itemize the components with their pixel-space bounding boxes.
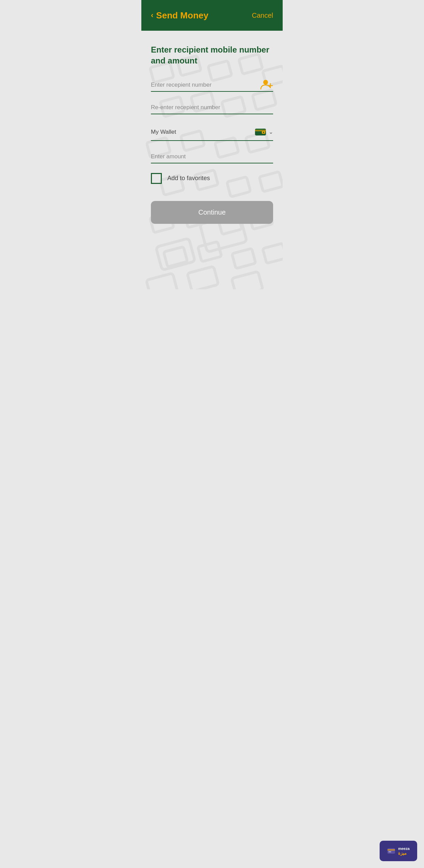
svg-rect-24 — [263, 243, 283, 263]
header: ‹ Send Money Cancel — [141, 0, 283, 31]
form-title: Enter recipient mobile number and amount — [151, 44, 273, 67]
wallet-label: My Wallet — [151, 129, 254, 135]
chevron-down-icon: ⌄ — [269, 129, 273, 135]
svg-rect-22 — [198, 242, 222, 262]
page-title: Send Money — [156, 10, 208, 21]
svg-point-30 — [263, 80, 268, 85]
svg-rect-21 — [164, 247, 187, 267]
add-to-favorites-label: Add to favorites — [167, 175, 210, 182]
svg-rect-29 — [156, 238, 195, 270]
svg-rect-37 — [256, 129, 263, 130]
header-left: ‹ Send Money — [151, 10, 208, 21]
svg-rect-26 — [187, 266, 218, 289]
wallet-select[interactable]: My Wallet ⌄ — [151, 124, 273, 141]
svg-rect-25 — [146, 273, 178, 289]
svg-point-36 — [263, 132, 264, 133]
continue-button[interactable]: Continue — [151, 201, 273, 224]
recipient-number-input[interactable] — [151, 79, 273, 92]
re-recipient-number-group — [151, 101, 273, 114]
amount-field-wrapper — [151, 150, 273, 163]
recipient-number-group — [151, 79, 273, 92]
wallet-icon — [254, 127, 267, 138]
wallet-group: My Wallet ⌄ — [151, 124, 273, 141]
recipient-number-field-wrapper — [151, 79, 273, 92]
re-recipient-number-input[interactable] — [151, 101, 273, 114]
add-contact-icon[interactable] — [260, 79, 273, 92]
back-icon[interactable]: ‹ — [151, 11, 153, 20]
amount-input[interactable] — [151, 150, 273, 163]
cancel-button[interactable]: Cancel — [252, 12, 273, 19]
re-recipient-number-field-wrapper — [151, 101, 273, 114]
add-to-favorites-checkbox[interactable] — [151, 173, 162, 184]
content-area: Enter recipient mobile number and amount — [141, 31, 283, 289]
svg-rect-23 — [232, 248, 256, 269]
add-to-favorites-row: Add to favorites — [151, 173, 273, 184]
amount-group — [151, 150, 273, 163]
svg-rect-27 — [231, 272, 263, 289]
